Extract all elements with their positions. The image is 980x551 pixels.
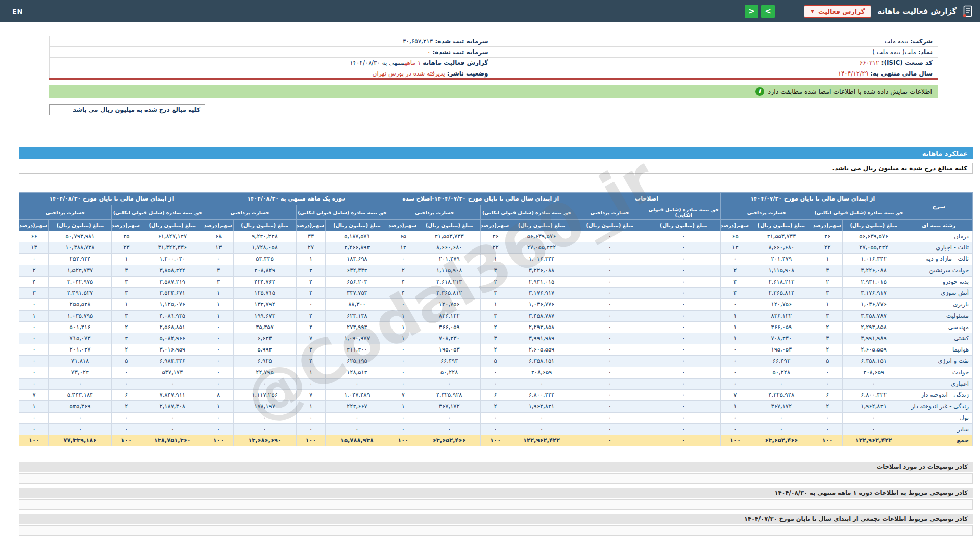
info-value-suffix: منتهی به ۱۴۰۴/۰۸/۳۰ [350, 59, 404, 66]
value-cell: ۰ [573, 254, 647, 265]
value-cell: ۳ [481, 333, 510, 344]
value-cell: ۰ [19, 344, 49, 356]
value-cell: ۳ [481, 265, 510, 276]
value-cell: ۴۱,۵۵۳,۷۳۳ [750, 231, 813, 242]
value-cell: ۰ [141, 423, 204, 435]
value-cell: ۰ [573, 367, 647, 378]
value-cell: ۱,۰۳۶,۷۷۶ [510, 299, 573, 310]
value-cell: ۱۳ [204, 242, 233, 254]
value-cell: ۱۲۵,۷۱۵ [233, 288, 296, 299]
value-cell: ۷ [388, 390, 418, 401]
value-cell: ۱۰۰ [388, 435, 418, 446]
value-cell: ۱۰۰ [204, 435, 233, 446]
value-cell: ۰ [418, 378, 481, 389]
value-cell: ۰ [721, 254, 750, 265]
nav-next-button[interactable]: > [761, 5, 775, 18]
value-cell: ۱ [721, 401, 750, 412]
value-cell: ۰ [111, 367, 141, 378]
insurance-line-row: نفت و انرژی۶,۳۵۸,۱۵۱۵۶۶,۴۹۳۰۰۰۶,۳۵۸,۱۵۱۵… [19, 356, 973, 367]
header-sub-premium: حق بیمه صادره (شامل قبولی اتکایی) [296, 205, 388, 220]
value-cell: ۰ [19, 367, 49, 378]
footnote-label: کادر توضیحی مربوط به اطلاعات دوره ۱ ماهه… [19, 488, 973, 498]
value-cell: ۱۷۸,۱۹۷ [233, 401, 296, 412]
value-cell: ۳,۲۲۶,۰۸۸ [510, 265, 573, 276]
value-cell: ۲,۲۹۳,۸۵۸ [510, 321, 573, 333]
footnote-comment-box [19, 525, 973, 536]
value-cell: ۷۷,۳۳۹,۱۸۶ [48, 435, 111, 446]
insurance-line-name: مسئولیت [905, 310, 972, 321]
value-cell: ۰ [388, 356, 418, 367]
value-cell: ۳۱,۳۲۲,۳۳۶ [141, 242, 204, 254]
value-cell: ۰ [573, 344, 647, 356]
insurance-line-row: حوادث۴۰۸,۶۵۹۰۵۰,۲۲۸۰۰۰۴۰۸,۶۵۹۰۵۰,۲۲۸۰۱۲۸… [19, 367, 973, 378]
footnote-comment-box [19, 499, 973, 510]
value-cell: ۱ [388, 401, 418, 412]
value-cell: ۰ [111, 412, 141, 423]
value-cell: ۶۳,۶۵۲,۴۶۶ [418, 435, 481, 446]
value-cell: ۲۵۵,۵۴۸ [48, 299, 111, 310]
value-cell: ۳ [111, 288, 141, 299]
value-cell: ۰ [721, 412, 750, 423]
value-cell: ۲ [813, 276, 842, 287]
value-cell: ۱ [204, 401, 233, 412]
language-toggle-en[interactable]: EN [12, 8, 23, 15]
header-amount: مبلغ (میلیون ریال) [418, 220, 481, 231]
value-cell: ۱ [296, 254, 326, 265]
report-type-dropdown[interactable]: گزارش فعالیت ▼ [804, 5, 871, 18]
value-cell: ۳۴۷,۷۵۴ [326, 288, 388, 299]
value-cell: ۲ [481, 321, 510, 333]
value-cell: ۴۰۸,۶۵۹ [842, 367, 905, 378]
company-info-row: نماد: ملت( بیمه ملت )سرمایه ثبت نشده: ۰ [50, 47, 938, 58]
value-cell: ۱ [111, 299, 141, 310]
section-title: عملکرد ماهانه [19, 147, 973, 159]
value-cell: ۴ [296, 276, 326, 287]
value-cell: ۳,۰۴۲,۹۷۵ [48, 276, 111, 287]
value-cell: ۰ [510, 412, 573, 423]
value-cell: ۳ [813, 288, 842, 299]
value-cell: ۲ [813, 401, 842, 412]
value-cell: ۰ [573, 276, 647, 287]
value-cell: ۰ [647, 231, 720, 242]
nav-prev-button[interactable]: < [745, 5, 758, 18]
value-cell: ۱۲۲,۹۶۲,۴۲۲ [842, 435, 905, 446]
value-cell: ۰ [842, 412, 905, 423]
company-info-table: شرکت: بیمه ملتسرمایه ثبت شده: ۳۰,۶۵۷,۲۱۳… [49, 36, 938, 80]
value-cell: ۴,۲۶۶,۸۹۴ [326, 242, 388, 254]
header-amount: مبلغ (میلیون ریال) [141, 220, 204, 231]
value-cell: ۰ [750, 412, 813, 423]
value-cell: ۷۰۸,۴۳۰ [418, 333, 481, 344]
value-cell: ۱ [388, 321, 418, 333]
value-cell: ۱۰۰ [19, 435, 49, 446]
header-sub-premium: حق بیمه صادره (شامل قبولی اتکایی) [647, 205, 720, 220]
value-cell: ۱ [813, 254, 842, 265]
header-amount: مبلغ (میلیون ریال) [842, 220, 905, 231]
value-cell: ۳,۹۹۱,۹۸۹ [510, 333, 573, 344]
header-group-month: دوره یک ماهه منتهی به ۱۴۰۴/۰۸/۳۰ [204, 193, 388, 205]
value-cell: ۰ [19, 333, 49, 344]
value-cell: ۵۶,۶۳۹,۵۷۶ [510, 231, 573, 242]
value-cell: ۳ [204, 276, 233, 287]
insurance-line-name: ثالث - مازاد و دیه [905, 254, 972, 265]
value-cell: ۶ [481, 390, 510, 401]
value-cell: ۰ [296, 299, 326, 310]
company-info-cell: نماد: ملت( بیمه ملت ) [494, 47, 938, 58]
value-cell: ۰ [48, 423, 111, 435]
value-cell: ۰ [647, 299, 720, 310]
value-cell: ۰ [296, 412, 326, 423]
value-cell: ۴,۳۲۵,۹۲۸ [418, 390, 481, 401]
value-cell: ۰ [19, 356, 49, 367]
value-cell: ۴ [388, 276, 418, 287]
monthly-activity-report-page: گزارش فعالیت ماهانه گزارش فعالیت ▼ > < E… [0, 0, 980, 536]
value-cell: ۱,۷۲۸,۰۵۸ [233, 242, 296, 254]
company-info-cell: کد صنعت (ISIC): ۶۶۰۳۱۲ [494, 58, 938, 68]
value-cell: ۵,۴۴۳,۱۸۴ [48, 390, 111, 401]
value-cell: ۱,۰۱۶,۳۴۲ [842, 254, 905, 265]
insurance-line-name: زندگی - اندوخته دار [905, 390, 972, 401]
value-cell: ۰ [750, 423, 813, 435]
company-info-cell: سرمایه ثبت نشده: ۰ [50, 47, 494, 58]
value-cell: ۲,۳۶۵,۸۱۲ [418, 288, 481, 299]
value-cell: ۰ [573, 288, 647, 299]
value-cell: ۰ [510, 423, 573, 435]
value-cell: ۰ [573, 242, 647, 254]
value-cell: ۴ [296, 265, 326, 276]
